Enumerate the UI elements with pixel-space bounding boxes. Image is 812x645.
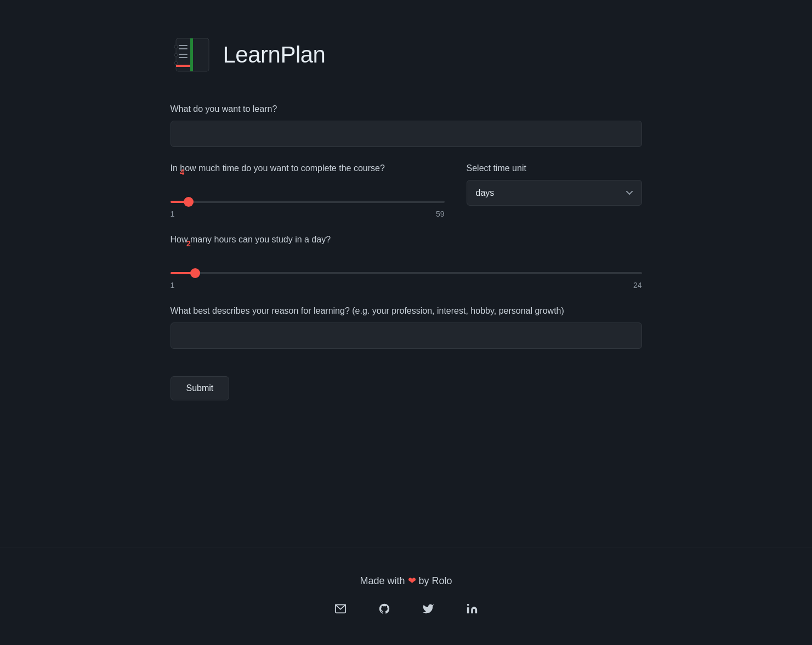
time-row: In how much time do you want to complete…	[171, 163, 642, 218]
reason-input[interactable]	[171, 322, 642, 349]
svg-point-11	[467, 604, 469, 606]
logo-area: LearnPlan	[171, 33, 642, 77]
time-unit-label: Select time unit	[467, 163, 642, 173]
logo-icon	[171, 33, 214, 77]
time-unit-select[interactable]: days weeks months	[467, 180, 642, 206]
twitter-icon-link[interactable]	[419, 600, 437, 618]
svg-rect-2	[176, 65, 190, 67]
svg-rect-3	[179, 45, 188, 46]
svg-point-8	[174, 53, 178, 56]
email-icon-link[interactable]	[332, 600, 349, 618]
svg-rect-5	[179, 54, 188, 55]
learn-label: What do you want to learn?	[171, 104, 642, 114]
time-max-label: 59	[436, 210, 445, 218]
linkedin-icon-link[interactable]	[463, 600, 481, 618]
github-icon-link[interactable]	[376, 600, 393, 618]
time-min-label: 1	[171, 210, 175, 218]
email-icon	[334, 603, 347, 615]
hours-label: How many hours can you study in a day?	[171, 235, 642, 245]
time-unit-section: Select time unit days weeks months	[467, 163, 642, 206]
learn-input[interactable]	[171, 121, 642, 147]
hours-slider[interactable]	[171, 272, 642, 274]
github-icon	[378, 603, 390, 615]
time-slider-container: 4	[171, 180, 445, 205]
svg-rect-4	[179, 48, 188, 49]
heart-icon: ❤	[408, 575, 419, 586]
reason-section: What best describes your reason for lear…	[171, 306, 642, 349]
footer: Made with ❤ by Rolo	[0, 547, 812, 645]
made-with-label: Made with	[360, 575, 405, 586]
time-slider-section: In how much time do you want to complete…	[171, 163, 445, 218]
by-rolo-label: by Rolo	[419, 575, 452, 586]
twitter-icon	[422, 603, 434, 615]
hours-slider-container: 2	[171, 251, 642, 276]
submit-button[interactable]: Submit	[171, 376, 230, 400]
hours-section: How many hours can you study in a day? 2…	[171, 235, 642, 290]
hours-max-label: 24	[633, 281, 642, 290]
time-slider[interactable]	[171, 201, 445, 203]
svg-rect-6	[179, 57, 188, 58]
logo-title: LearnPlan	[223, 42, 326, 68]
svg-point-7	[174, 45, 178, 48]
learn-section: What do you want to learn?	[171, 104, 642, 147]
footer-icons	[11, 600, 801, 618]
time-slider-value: 4	[180, 168, 184, 177]
footer-made-with-text: Made with ❤ by Rolo	[11, 575, 801, 587]
hours-slider-value: 2	[186, 239, 191, 248]
linkedin-icon	[466, 603, 478, 615]
hours-min-label: 1	[171, 281, 175, 290]
svg-point-9	[174, 61, 178, 65]
time-range-labels: 1 59	[171, 210, 445, 218]
time-label: In how much time do you want to complete…	[171, 163, 445, 173]
svg-rect-1	[190, 38, 193, 71]
reason-label: What best describes your reason for lear…	[171, 306, 642, 316]
hours-range-labels: 1 24	[171, 281, 642, 290]
